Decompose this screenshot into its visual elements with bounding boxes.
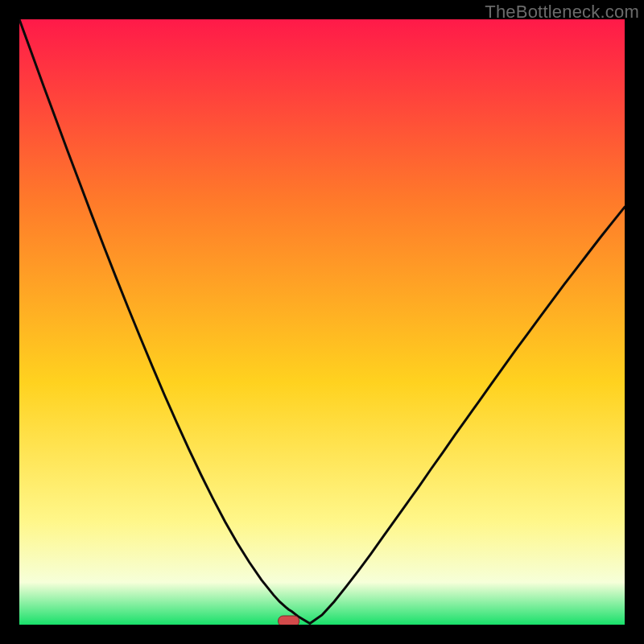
bottleneck-marker [279, 616, 299, 625]
gradient-background [19, 19, 625, 625]
watermark-text: TheBottleneck.com [485, 2, 639, 23]
bottleneck-chart [19, 19, 625, 625]
chart-frame [19, 19, 625, 625]
